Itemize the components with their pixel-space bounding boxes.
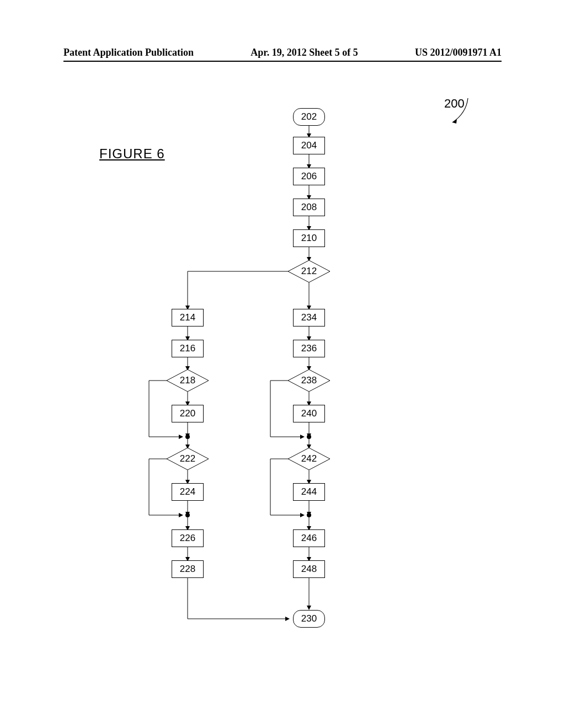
node-226: 226 <box>172 529 204 547</box>
svg-point-12 <box>185 435 190 439</box>
node-248: 248 <box>293 560 325 578</box>
node-228: 228 <box>172 560 204 578</box>
flowchart: 202 204 206 208 210 212 214 216 218 220 … <box>0 88 565 695</box>
node-218: 218 <box>167 370 209 392</box>
page-header: Patent Application Publication Apr. 19, … <box>0 47 565 58</box>
node-236: 236 <box>293 340 325 357</box>
node-242: 242 <box>288 448 330 470</box>
node-222: 222 <box>167 448 209 470</box>
flow-connectors <box>0 88 565 695</box>
node-212: 212 <box>288 260 330 282</box>
node-202: 202 <box>293 108 325 126</box>
node-204: 204 <box>293 137 325 154</box>
node-214: 214 <box>172 309 204 326</box>
node-208: 208 <box>293 199 325 216</box>
node-240: 240 <box>293 405 325 422</box>
svg-point-16 <box>185 513 190 517</box>
node-230: 230 <box>293 610 325 628</box>
header-right: US 2012/0091971 A1 <box>415 47 502 58</box>
header-left: Patent Application Publication <box>63 47 194 58</box>
node-220: 220 <box>172 405 204 422</box>
svg-point-27 <box>307 513 311 517</box>
header-rule <box>63 61 502 62</box>
node-224: 224 <box>172 483 204 501</box>
node-244: 244 <box>293 483 325 501</box>
node-234: 234 <box>293 309 325 326</box>
svg-point-23 <box>307 435 311 439</box>
node-210: 210 <box>293 229 325 247</box>
node-246: 246 <box>293 529 325 547</box>
node-238: 238 <box>288 370 330 392</box>
header-center: Apr. 19, 2012 Sheet 5 of 5 <box>250 47 358 58</box>
node-216: 216 <box>172 340 204 357</box>
node-206: 206 <box>293 168 325 185</box>
